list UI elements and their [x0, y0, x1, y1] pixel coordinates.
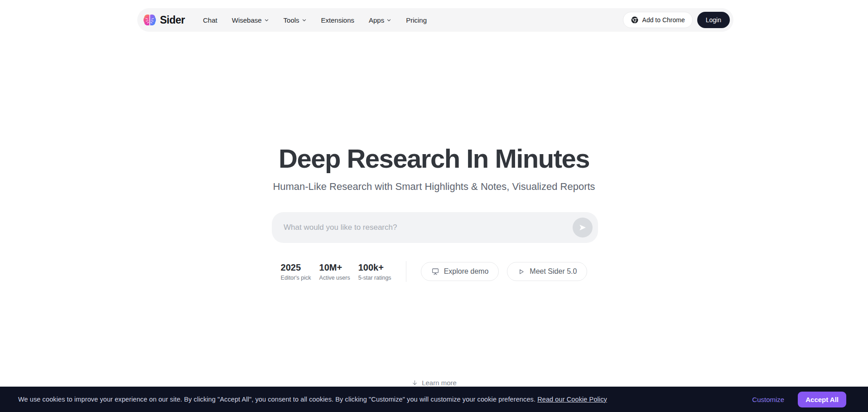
stat-ratings: 100k+ 5-star ratings	[358, 262, 391, 281]
nav-item-tools[interactable]: Tools	[284, 16, 307, 24]
action-buttons: Explore demo Meet Sider 5.0	[421, 262, 588, 281]
cookie-banner: We use cookies to improve your experienc…	[0, 387, 868, 412]
nav-item-label: Apps	[369, 16, 384, 24]
login-label: Login	[706, 16, 721, 24]
sider-brain-logo-icon	[143, 14, 157, 26]
login-button[interactable]: Login	[697, 12, 730, 28]
customize-link[interactable]: Customize	[752, 396, 784, 403]
explore-demo-label: Explore demo	[444, 267, 489, 276]
presentation-screen-icon	[431, 267, 439, 276]
play-outline-icon	[517, 268, 525, 276]
cookie-message: We use cookies to improve your experienc…	[18, 396, 607, 403]
brand-name: Sider	[160, 14, 185, 26]
vertical-divider	[406, 261, 406, 282]
stat-label: 5-star ratings	[358, 275, 391, 281]
page-subtitle: Human-Like Research with Smart Highlight…	[0, 181, 868, 193]
nav-item-label: Wisebase	[232, 16, 262, 24]
cookie-actions: Customize Accept All	[752, 392, 846, 407]
stat-value: 100k+	[358, 262, 391, 273]
page-title: Deep Research In Minutes	[0, 143, 868, 174]
learn-more-label: Learn more	[422, 379, 457, 387]
nav-item-apps[interactable]: Apps	[369, 16, 391, 24]
meet-sider-label: Meet Sider 5.0	[530, 267, 577, 276]
explore-demo-button[interactable]: Explore demo	[421, 262, 499, 281]
learn-more[interactable]: Learn more	[0, 379, 868, 387]
stat-value: 10M+	[319, 262, 350, 273]
add-to-chrome-label: Add to Chrome	[642, 16, 685, 24]
accept-all-label: Accept All	[805, 396, 839, 403]
chevron-down-icon	[386, 18, 391, 23]
chevron-down-icon	[264, 18, 269, 23]
nav-item-chat[interactable]: Chat	[203, 16, 217, 24]
nav-right: Add to Chrome Login	[623, 12, 730, 28]
stats-group: 2025 Editor's pick 10M+ Active users 100…	[281, 262, 391, 281]
meet-sider-button[interactable]: Meet Sider 5.0	[507, 262, 587, 281]
nav-item-label: Tools	[284, 16, 299, 24]
stat-active-users: 10M+ Active users	[319, 262, 350, 281]
stats-actions-row: 2025 Editor's pick 10M+ Active users 100…	[0, 261, 868, 282]
research-search-input[interactable]	[272, 212, 598, 243]
send-arrow-icon	[578, 223, 587, 232]
accept-all-button[interactable]: Accept All	[798, 392, 846, 407]
nav-item-pricing[interactable]: Pricing	[406, 16, 427, 24]
arrow-down-icon	[411, 379, 418, 386]
stat-editors-pick: 2025 Editor's pick	[281, 262, 311, 281]
nav-item-extensions[interactable]: Extensions	[321, 16, 354, 24]
nav-item-label: Extensions	[321, 16, 354, 24]
chevron-down-icon	[302, 18, 307, 23]
cookie-policy-link[interactable]: Read our Cookie Policy	[537, 396, 607, 403]
cookie-message-text: We use cookies to improve your experienc…	[18, 396, 537, 403]
stat-label: Active users	[319, 275, 350, 281]
nav-item-label: Pricing	[406, 16, 427, 24]
nav-item-wisebase[interactable]: Wisebase	[232, 16, 269, 24]
add-to-chrome-button[interactable]: Add to Chrome	[623, 12, 693, 28]
research-search-box	[272, 212, 598, 243]
send-button[interactable]	[573, 218, 593, 238]
stat-value: 2025	[281, 262, 311, 273]
nav-item-label: Chat	[203, 16, 217, 24]
top-nav: Sider Chat Wisebase Tools Extensions App…	[137, 8, 733, 32]
stat-label: Editor's pick	[281, 275, 311, 281]
brand-logo[interactable]: Sider	[143, 14, 185, 26]
nav-links: Chat Wisebase Tools Extensions Apps Pric…	[203, 16, 427, 24]
chrome-logo-icon	[631, 16, 639, 24]
